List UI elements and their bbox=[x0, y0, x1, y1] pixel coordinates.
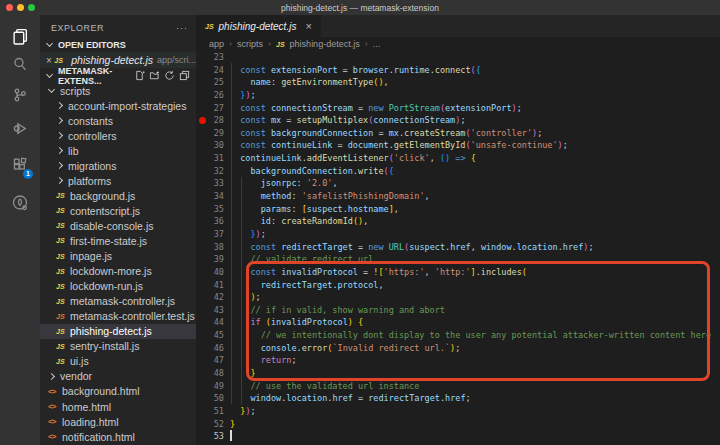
file-tree-item-lib[interactable]: lib bbox=[40, 143, 196, 158]
line-number-gutter[interactable]: 34 bbox=[196, 190, 230, 203]
line-number-gutter[interactable]: 41 bbox=[196, 279, 230, 292]
file-tree-item-platforms[interactable]: platforms bbox=[40, 173, 196, 188]
line-number-gutter[interactable]: 35 bbox=[196, 203, 230, 216]
search-icon[interactable] bbox=[0, 51, 40, 77]
file-tree-item-migrations[interactable]: migrations bbox=[40, 158, 196, 173]
close-tab-icon[interactable]: × bbox=[305, 20, 311, 32]
breakpoint-icon[interactable] bbox=[199, 117, 206, 124]
code-line[interactable]: 42 ); bbox=[196, 291, 720, 304]
line-number-gutter[interactable]: 27 bbox=[196, 102, 230, 115]
line-number-gutter[interactable]: 46 bbox=[196, 342, 230, 355]
breadcrumb-item-...[interactable]: ... bbox=[373, 39, 381, 49]
breadcrumb-item-scripts[interactable]: scripts bbox=[237, 39, 263, 49]
file-tree-item-ui.js[interactable]: JSui.js bbox=[40, 354, 196, 369]
refresh-icon[interactable] bbox=[164, 70, 175, 81]
code-line[interactable]: 49 // use the validated url instance bbox=[196, 380, 720, 393]
new-folder-icon[interactable] bbox=[149, 70, 160, 81]
line-number-gutter[interactable]: 37 bbox=[196, 228, 230, 241]
file-tree-item-contentscript.js[interactable]: JScontentscript.js bbox=[40, 203, 196, 218]
line-number-gutter[interactable]: 48 bbox=[196, 367, 230, 380]
code-line[interactable]: 34 method: 'safelistPhishingDomain', bbox=[196, 190, 720, 203]
code-line[interactable]: 30 const continueLink = document.getElem… bbox=[196, 139, 720, 152]
new-file-icon[interactable] bbox=[134, 70, 145, 81]
extensions-icon[interactable]: 1 bbox=[0, 152, 40, 178]
file-tree-item-metamask-controller.js[interactable]: JSmetamask-controller.js bbox=[40, 294, 196, 309]
file-tree-item-sentry-install.js[interactable]: JSsentry-install.js bbox=[40, 339, 196, 354]
line-number-gutter[interactable]: 45 bbox=[196, 329, 230, 342]
code-line[interactable]: 35 params: [suspect.hostname], bbox=[196, 203, 720, 216]
explorer-icon[interactable] bbox=[0, 23, 40, 49]
line-number-gutter[interactable]: 43 bbox=[196, 304, 230, 317]
code-line[interactable]: 53 bbox=[196, 430, 720, 443]
file-tree-item-controllers[interactable]: controllers bbox=[40, 128, 196, 143]
close-editor-icon[interactable]: × bbox=[46, 55, 54, 66]
code-line[interactable]: 44 if (invalidProtocol) { bbox=[196, 316, 720, 329]
code-area[interactable]: 2324 const extensionPort = browser.runti… bbox=[196, 51, 720, 445]
line-number-gutter[interactable]: 36 bbox=[196, 215, 230, 228]
code-line[interactable]: 31 continueLink.addEventListener('click'… bbox=[196, 152, 720, 165]
code-line[interactable]: 28 const mx = setupMultiplex(connectionS… bbox=[196, 114, 720, 127]
breadcrumb-item-phishing-detect.js[interactable]: phishing-detect.js bbox=[290, 39, 360, 49]
collapse-all-icon[interactable] bbox=[179, 70, 190, 81]
line-number-gutter[interactable]: 38 bbox=[196, 241, 230, 254]
line-number-gutter[interactable]: 40 bbox=[196, 266, 230, 279]
line-number-gutter[interactable]: 39 bbox=[196, 253, 230, 266]
line-number-gutter[interactable]: 29 bbox=[196, 127, 230, 140]
line-number-gutter[interactable]: 52 bbox=[196, 418, 230, 431]
code-line[interactable]: 33 jsonrpc: '2.0', bbox=[196, 177, 720, 190]
code-line[interactable]: 26 }); bbox=[196, 89, 720, 102]
more-actions-icon[interactable]: ··· bbox=[176, 23, 188, 33]
file-tree-item-constants[interactable]: constants bbox=[40, 113, 196, 128]
project-section-header[interactable]: METAMASK-EXTENS... bbox=[40, 68, 196, 83]
code-line[interactable]: 45 // we intentionally dont display to t… bbox=[196, 329, 720, 342]
line-number-gutter[interactable]: 44 bbox=[196, 316, 230, 329]
code-line[interactable]: 24 const extensionPort = browser.runtime… bbox=[196, 64, 720, 77]
code-line[interactable]: 25 name: getEnvironmentType(), bbox=[196, 76, 720, 89]
round-extension-icon[interactable] bbox=[0, 190, 40, 216]
line-number-gutter[interactable]: 30 bbox=[196, 139, 230, 152]
line-number-gutter[interactable]: 24 bbox=[196, 64, 230, 77]
code-line[interactable]: 52} bbox=[196, 418, 720, 431]
code-line[interactable]: 36 id: createRandomId(), bbox=[196, 215, 720, 228]
file-tree-item-account-import-strategies[interactable]: account-import-strategies bbox=[40, 98, 196, 113]
code-line[interactable]: 41 redirectTarget.protocol, bbox=[196, 279, 720, 292]
code-line[interactable]: 27 const connectionStream = new PortStre… bbox=[196, 102, 720, 115]
code-line[interactable]: 37 }); bbox=[196, 228, 720, 241]
code-line[interactable]: 39 // validate redirect url bbox=[196, 253, 720, 266]
run-debug-icon[interactable] bbox=[0, 115, 40, 141]
line-number-gutter[interactable]: 51 bbox=[196, 405, 230, 418]
breadcrumb-item-app[interactable]: app bbox=[209, 39, 224, 49]
file-tree-item-loading.html[interactable]: <>loading.html bbox=[40, 414, 196, 429]
code-line[interactable]: 51 }); bbox=[196, 405, 720, 418]
file-tree-item-first-time-state.js[interactable]: JSfirst-time-state.js bbox=[40, 233, 196, 248]
line-number-gutter[interactable]: 42 bbox=[196, 291, 230, 304]
code-line[interactable]: 48 } bbox=[196, 367, 720, 380]
line-number-gutter[interactable]: 53 bbox=[196, 430, 230, 443]
tab-phishing-detect[interactable]: JS phishing-detect.js × bbox=[196, 15, 321, 37]
open-editors-header[interactable]: OPEN EDITORS bbox=[40, 37, 196, 52]
code-line[interactable]: 47 return; bbox=[196, 354, 720, 367]
code-line[interactable]: 29 const backgroundConnection = mx.creat… bbox=[196, 127, 720, 140]
code-line[interactable]: 43 // if in valid, show warning and abor… bbox=[196, 304, 720, 317]
file-tree-item-inpage.js[interactable]: JSinpage.js bbox=[40, 249, 196, 264]
file-tree-item-background.html[interactable]: <>background.html bbox=[40, 384, 196, 399]
line-number-gutter[interactable]: 32 bbox=[196, 165, 230, 178]
line-number-gutter[interactable]: 47 bbox=[196, 354, 230, 367]
code-line[interactable]: 32 backgroundConnection.write({ bbox=[196, 165, 720, 178]
line-number-gutter[interactable]: 25 bbox=[196, 76, 230, 89]
file-tree-item-lockdown-run.js[interactable]: JSlockdown-run.js bbox=[40, 279, 196, 294]
file-tree-item-background.js[interactable]: JSbackground.js bbox=[40, 188, 196, 203]
code-line[interactable]: 23 bbox=[196, 51, 720, 64]
file-tree-item-lockdown-more.js[interactable]: JSlockdown-more.js bbox=[40, 264, 196, 279]
code-line[interactable]: 50 window.location.href = redirectTarget… bbox=[196, 392, 720, 405]
file-tree-item-metamask-controller.test.js[interactable]: JSmetamask-controller.test.js bbox=[40, 309, 196, 324]
file-tree-item-notification.html[interactable]: <>notification.html bbox=[40, 429, 196, 444]
file-tree-item-vendor[interactable]: vendor bbox=[40, 369, 196, 384]
code-line[interactable]: 38 const redirectTarget = new URL(suspec… bbox=[196, 241, 720, 254]
line-number-gutter[interactable]: 49 bbox=[196, 380, 230, 393]
line-number-gutter[interactable]: 28 bbox=[196, 114, 230, 127]
file-tree-item-phishing-detect.js[interactable]: JSphishing-detect.js bbox=[40, 324, 196, 339]
code-line[interactable]: 46 console.error(`Invalid redirect url.`… bbox=[196, 342, 720, 355]
file-tree-item-home.html[interactable]: <>home.html bbox=[40, 399, 196, 414]
source-control-icon[interactable] bbox=[0, 82, 40, 108]
